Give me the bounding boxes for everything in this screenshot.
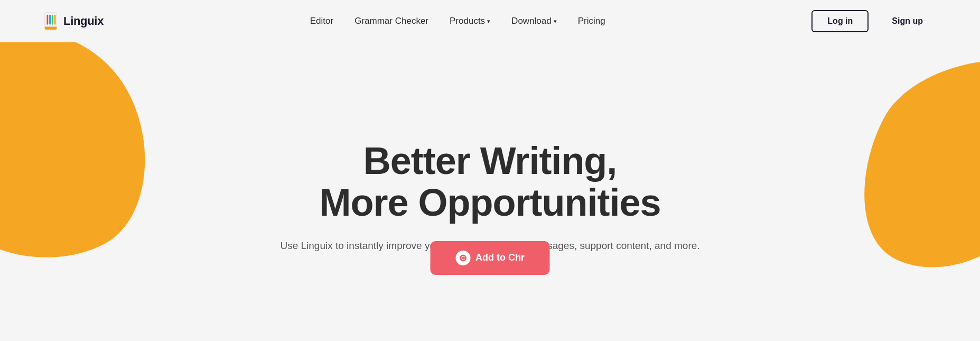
navbar: Linguix Editor Grammar Checker Products … <box>0 0 980 42</box>
svg-rect-1 <box>46 15 48 25</box>
auth-buttons: Log in Sign up <box>811 10 938 32</box>
download-chevron-icon: ▾ <box>554 18 557 25</box>
nav-links: Editor Grammar Checker Products ▾ Downlo… <box>310 16 605 26</box>
signup-button[interactable]: Sign up <box>877 11 938 31</box>
hero-title-line2: More Opportunities <box>320 181 661 224</box>
svg-rect-2 <box>49 15 51 25</box>
svg-rect-3 <box>52 15 53 25</box>
nav-download-dropdown[interactable]: Download ▾ <box>511 16 557 26</box>
left-blob <box>0 42 169 259</box>
hero-title: Better Writing, More Opportunities <box>280 140 699 224</box>
nav-pricing[interactable]: Pricing <box>578 16 605 26</box>
nav-grammar-checker[interactable]: Grammar Checker <box>354 16 428 26</box>
cta-button[interactable]: C Add to Chr <box>430 241 550 275</box>
hero-title-line1: Better Writing, <box>363 140 617 182</box>
hero-content: Better Writing, More Opportunities Use L… <box>280 140 699 275</box>
brand-name: Linguix <box>63 14 104 28</box>
logo-container[interactable]: Linguix <box>42 12 104 31</box>
hero-section: Better Writing, More Opportunities Use L… <box>0 42 980 341</box>
cta-button-container: C Add to Chr <box>430 241 550 275</box>
svg-rect-5 <box>45 26 57 30</box>
svg-text:C: C <box>461 255 464 261</box>
svg-rect-4 <box>54 15 56 25</box>
login-button[interactable]: Log in <box>811 10 869 32</box>
cta-button-label: Add to Chr <box>475 252 525 263</box>
nav-products-label: Products <box>450 16 485 26</box>
nav-products-dropdown[interactable]: Products ▾ <box>450 16 490 26</box>
cta-button-icon: C <box>455 251 470 265</box>
nav-download-label: Download <box>511 16 552 26</box>
right-blob <box>864 58 980 270</box>
linguix-logo-icon <box>42 12 59 31</box>
nav-editor[interactable]: Editor <box>310 16 333 26</box>
products-chevron-icon: ▾ <box>487 18 490 25</box>
